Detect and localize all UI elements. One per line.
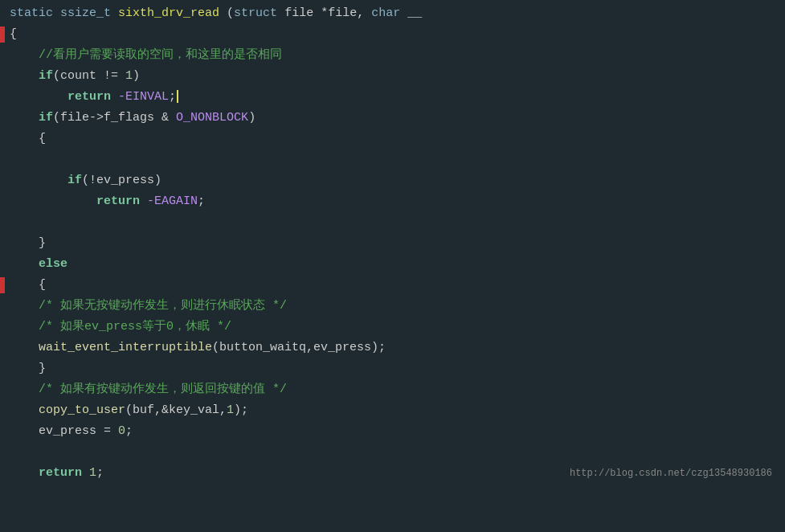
code-line-18: } xyxy=(0,358,785,379)
line-text-1: static ssize_t sixth_drv_read (struct fi… xyxy=(6,3,422,24)
gutter-18 xyxy=(0,361,5,377)
code-line-17: wait_event_interruptible(button_waitq,ev… xyxy=(0,338,785,358)
gutter-12 xyxy=(0,235,5,252)
gutter-19 xyxy=(0,382,5,398)
gutter-6 xyxy=(0,110,5,126)
line-text-7: { xyxy=(6,129,46,149)
line-text-19: /* 如果有按键动作发生，则返回按键的值 */ xyxy=(6,379,287,400)
gutter-2 xyxy=(0,27,5,43)
code-line-6: if(file->f_flags & O_NONBLOCK) xyxy=(0,108,785,129)
line-text-20: copy_to_user(buf,&key_val,1); xyxy=(6,400,248,421)
code-line-9: if(!ev_press) xyxy=(0,170,785,191)
line-text-6: if(file->f_flags & O_NONBLOCK) xyxy=(6,108,256,129)
code-line-8 xyxy=(0,149,785,170)
code-line-15: /* 如果无按键动作发生，则进行休眠状态 */ xyxy=(0,296,785,317)
line-text-3: //看用户需要读取的空间，和这里的是否相同 xyxy=(6,45,282,66)
code-line-10: return -EAGAIN; xyxy=(0,191,785,212)
line-text-17: wait_event_interruptible(button_waitq,ev… xyxy=(6,338,386,358)
line-text-15: /* 如果无按键动作发生，则进行休眠状态 */ xyxy=(6,296,287,317)
code-line-5: return -EINVAL; xyxy=(0,87,785,108)
code-line-20: copy_to_user(buf,&key_val,1); xyxy=(0,400,785,421)
code-line-1: static ssize_t sixth_drv_read (struct fi… xyxy=(0,0,785,24)
code-line-19: /* 如果有按键动作发生，则返回按键的值 */ xyxy=(0,379,785,400)
gutter-15 xyxy=(0,298,5,314)
gutter-17 xyxy=(0,340,5,356)
line-text-10: return -EAGAIN; xyxy=(6,191,205,212)
code-line-7: { xyxy=(0,129,785,149)
code-line-23: return 1; http://blog.csdn.net/czg135489… xyxy=(0,463,785,484)
code-line-12: } xyxy=(0,233,785,254)
gutter-23 xyxy=(0,465,5,481)
gutter-20 xyxy=(0,403,5,419)
code-line-3: //看用户需要读取的空间，和这里的是否相同 xyxy=(0,45,785,66)
gutter-3 xyxy=(0,47,5,63)
line-text-9: if(!ev_press) xyxy=(6,170,161,191)
gutter-16 xyxy=(0,319,5,335)
line-text-14: { xyxy=(6,275,46,296)
gutter-10 xyxy=(0,194,5,210)
line-text-12: } xyxy=(6,233,46,254)
code-line-2: { xyxy=(0,24,785,45)
code-line-13: else xyxy=(0,254,785,275)
code-line-14: { xyxy=(0,275,785,296)
code-line-16: /* 如果ev_press等于0，休眠 */ xyxy=(0,317,785,338)
gutter-14 xyxy=(0,277,5,293)
url-label: http://blog.csdn.net/czg13548930186 xyxy=(570,463,772,484)
line-text-2: { xyxy=(6,24,17,45)
gutter-4 xyxy=(0,68,5,84)
code-line-21: ev_press = 0; xyxy=(0,421,785,442)
line-text-21: ev_press = 0; xyxy=(6,421,133,442)
code-line-11 xyxy=(0,212,785,233)
line-text-5: return -EINVAL; xyxy=(6,87,178,108)
line-text-4: if(count != 1) xyxy=(6,66,140,87)
line-text-23: return 1; xyxy=(6,463,104,484)
gutter-1 xyxy=(0,2,5,18)
line-text-13: else xyxy=(6,254,67,275)
gutter-7 xyxy=(0,131,5,147)
gutter-9 xyxy=(0,173,5,189)
code-line-4: if(count != 1) xyxy=(0,66,785,87)
gutter-5 xyxy=(0,89,5,105)
code-line-22 xyxy=(0,442,785,463)
gutter-21 xyxy=(0,424,5,440)
gutter-13 xyxy=(0,256,5,272)
code-editor: static ssize_t sixth_drv_read (struct fi… xyxy=(0,0,785,532)
line-text-18: } xyxy=(6,358,46,379)
line-text-16: /* 如果ev_press等于0，休眠 */ xyxy=(6,317,231,338)
